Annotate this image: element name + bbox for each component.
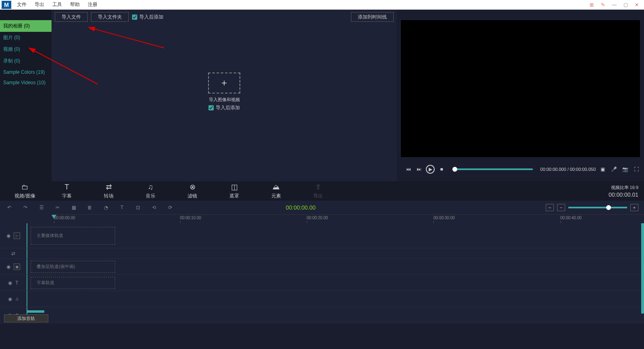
eye-icon[interactable]: ◉ xyxy=(8,296,12,302)
folder-icon: 🗀 xyxy=(21,183,29,191)
zoom-slider[interactable] xyxy=(568,207,627,208)
preview-panel: ⏮ ⏭ ▶ ■ 00:00:00.000 / 00:00:00.050 ▣ 🎤 … xyxy=(397,10,644,181)
menu-export[interactable]: 导出 xyxy=(31,0,48,9)
import-plus-icon[interactable]: + xyxy=(208,73,240,93)
sidebar-item-images[interactable]: 图片 (0) xyxy=(0,32,52,44)
add-after-import-input[interactable] xyxy=(132,15,137,20)
video-track-icon: ▷ xyxy=(14,233,20,239)
redo-icon[interactable]: ↷ xyxy=(22,204,29,211)
next-frame-icon[interactable]: ⏭ xyxy=(415,166,423,173)
crop-icon[interactable]: ▦ xyxy=(70,204,77,211)
timeline-ruler[interactable]: 00:00:00.00 00:00:10.00 00:00:20.00 00:0… xyxy=(53,214,644,223)
timeline-time: 00:00:00.00 xyxy=(286,204,316,211)
subtitle-track-placeholder[interactable]: 字幕轨道 xyxy=(31,277,115,289)
timeline-scrollbar[interactable] xyxy=(641,223,644,314)
menu-help[interactable]: 帮助 xyxy=(66,0,84,9)
rotate-right-icon[interactable]: ⟳ xyxy=(167,204,174,211)
sidebar-item-sample-videos[interactable]: Sample Videos (10) xyxy=(0,77,52,88)
preview-progress[interactable] xyxy=(452,168,533,170)
delete-icon[interactable]: 🗑 xyxy=(86,204,93,211)
add-after-import-label: 导入后添加 xyxy=(139,14,163,21)
rotate-left-icon[interactable]: ⟲ xyxy=(151,204,158,211)
module-tabs: 🗀视频/图像 T字幕 ⇄转场 ♫音乐 ⊗滤镜 ◫遮罩 ⛰元素 ⇧导出 视频比率 … xyxy=(0,181,644,201)
zoom-in-icon[interactable]: + xyxy=(630,204,638,211)
menu-register[interactable]: 注册 xyxy=(84,0,101,9)
sidebar-item-sample-colors[interactable]: Sample Colors (19) xyxy=(0,67,52,77)
import-folder-button[interactable]: 导入文件夹 xyxy=(91,12,129,22)
eye-icon[interactable]: ◉ xyxy=(6,233,10,239)
zoom-thumb[interactable] xyxy=(606,205,611,210)
tab-subtitle[interactable]: T字幕 xyxy=(46,183,88,199)
tab-transition[interactable]: ⇄转场 xyxy=(88,183,130,199)
overlay-track-placeholder[interactable]: 叠加层轨道(画中画) xyxy=(31,261,115,273)
track-subtitle[interactable]: ◉T 字幕轨道 xyxy=(0,275,644,291)
tab-mask[interactable]: ◫遮罩 xyxy=(213,183,255,199)
layout-icon-2[interactable]: ✎ xyxy=(600,2,606,8)
preview-controls: ⏮ ⏭ ▶ ■ 00:00:00.000 / 00:00:00.050 ▣ 🎤 … xyxy=(401,157,644,181)
play-icon[interactable]: ▶ xyxy=(426,165,435,174)
media-area: 导入文件 导入文件夹 导入后添加 添加到时间线 + 导入图像和视频 导入后添加 xyxy=(52,10,397,181)
crop-tool-icon[interactable]: ⊡ xyxy=(134,204,142,211)
track-main[interactable]: ◉▷ 主要媒体轨道 xyxy=(0,223,644,248)
tab-element[interactable]: ⛰元素 xyxy=(255,183,297,199)
speed-icon[interactable]: ◔ xyxy=(102,204,109,211)
add-audio-track-button[interactable]: 添加音轨 xyxy=(4,314,48,322)
cut-icon[interactable]: ✂ xyxy=(54,204,61,211)
undo-icon[interactable]: ↶ xyxy=(6,204,13,211)
tab-music[interactable]: ♫音乐 xyxy=(130,183,171,199)
timeline-toolbar: ↶ ↷ ☰ ✂ ▦ 🗑 ◔ T ⊡ ⟲ ⟳ 00:00:00.00 ↔ − + xyxy=(0,201,644,214)
fullscreen-icon[interactable]: ⛶ xyxy=(633,166,640,173)
sidebar-item-album[interactable]: 我的相册 (0) xyxy=(0,20,52,32)
import-box-checkbox-label: 导入后添加 xyxy=(216,104,240,111)
tab-filter[interactable]: ⊗滤镜 xyxy=(171,183,213,199)
zoom-out-icon[interactable]: − xyxy=(557,204,565,211)
element-icon: ⛰ xyxy=(272,183,280,191)
tracks-area: ◉▷ 主要媒体轨道 ⇄ ◉▣ 叠加层轨道(画中画) ◉T 字幕轨道 ◉♫ ◉⊕ … xyxy=(0,223,644,322)
add-to-timeline-button[interactable]: 添加到时间线 xyxy=(351,12,394,22)
settings-icon[interactable]: ☰ xyxy=(38,204,45,211)
main-track-placeholder[interactable]: 主要媒体轨道 xyxy=(31,227,115,245)
import-file-button[interactable]: 导入文件 xyxy=(55,12,88,22)
preview-screen[interactable] xyxy=(401,20,640,157)
menu-file[interactable]: 文件 xyxy=(13,0,31,9)
import-box-checkbox-input[interactable] xyxy=(208,105,214,110)
sidebar-item-record[interactable]: 录制 (0) xyxy=(0,55,52,67)
import-title: 导入图像和视频 xyxy=(208,97,240,103)
minimize-icon[interactable]: — xyxy=(611,2,617,8)
mask-icon: ◫ xyxy=(231,183,238,191)
eye-icon[interactable]: ◉ xyxy=(6,264,10,270)
import-dropzone[interactable]: + 导入图像和视频 导入后添加 xyxy=(208,73,240,111)
timeline-scroll-h[interactable] xyxy=(27,310,44,313)
track-transition[interactable]: ⇄ xyxy=(0,248,644,259)
track-extra[interactable]: ◉⊕ xyxy=(0,307,644,323)
eye-icon[interactable]: ◉ xyxy=(8,280,12,286)
menu-tools[interactable]: 工具 xyxy=(48,0,66,9)
mic-icon[interactable]: 🎤 xyxy=(610,166,617,173)
overlay-track-icon: ▣ xyxy=(14,264,20,270)
track-overlay[interactable]: ◉▣ 叠加层轨道(画中画) xyxy=(0,259,644,275)
transition-track-icon: ⇄ xyxy=(11,251,15,256)
transition-icon: ⇄ xyxy=(106,183,112,191)
media-canvas[interactable]: + 导入图像和视频 导入后添加 xyxy=(52,24,397,181)
preview-time: 00:00:00.000 / 00:00:00.050 xyxy=(540,167,596,172)
filter-icon: ⊗ xyxy=(190,183,196,191)
prev-frame-icon[interactable]: ⏮ xyxy=(405,166,412,173)
add-after-import-checkbox[interactable]: 导入后添加 xyxy=(132,14,163,21)
sidebar-item-videos[interactable]: 视频 (0) xyxy=(0,44,52,55)
maximize-icon[interactable]: ▢ xyxy=(622,2,629,8)
stop-icon[interactable]: ■ xyxy=(438,166,445,173)
camera-icon[interactable]: 📷 xyxy=(621,166,629,173)
close-icon[interactable]: ✕ xyxy=(634,2,640,8)
fit-zoom-icon[interactable]: ↔ xyxy=(546,204,554,211)
track-music[interactable]: ◉♫ xyxy=(0,291,644,307)
preview-progress-thumb[interactable] xyxy=(452,167,457,172)
snapshot-icon[interactable]: ▣ xyxy=(599,166,606,173)
layout-icon-1[interactable]: ⊞ xyxy=(588,2,595,8)
timeline-zoom: ↔ − + xyxy=(546,204,638,211)
video-ratio-label: 视频比率 16:9 xyxy=(609,185,638,191)
ruler-mark: 00:00:40.00 xyxy=(560,216,582,220)
media-toolbar: 导入文件 导入文件夹 导入后添加 添加到时间线 xyxy=(52,10,397,24)
tab-video-image[interactable]: 🗀视频/图像 xyxy=(4,183,46,199)
import-box-checkbox[interactable]: 导入后添加 xyxy=(208,104,240,111)
text-tool-icon[interactable]: T xyxy=(118,204,126,211)
